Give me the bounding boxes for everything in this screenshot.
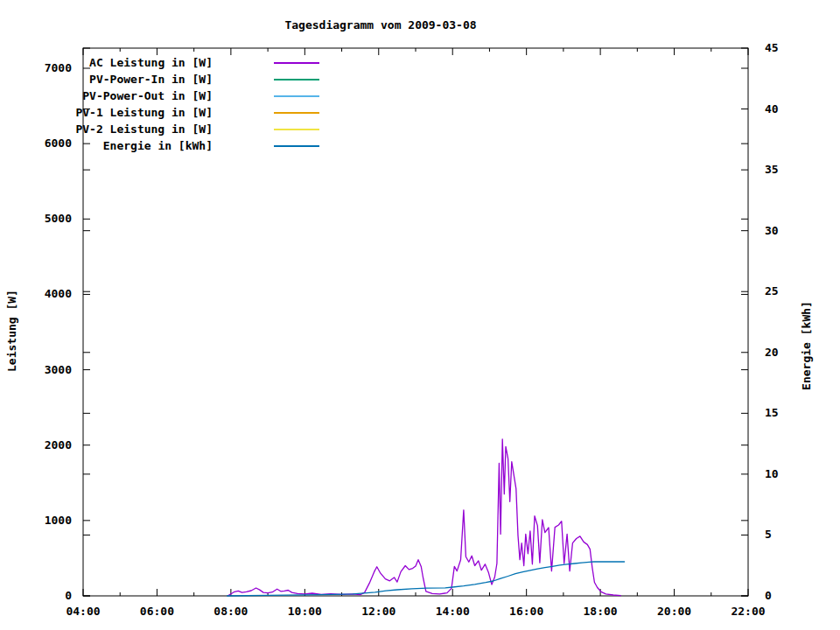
y-tick-label: 7000 [45,61,72,74]
x-tick-label: 22:00 [731,605,765,618]
y-tick-label: 4000 [45,287,72,300]
y2-tick-label: 30 [765,224,779,237]
chart-canvas: Tagesdiagramm vom 2009-03-08 Leistung [W… [0,0,840,630]
x-tick-label: 08:00 [214,605,248,618]
y2-tick-label: 40 [765,102,779,116]
y2-tick-label: 10 [765,467,779,480]
plot-area: 04:0006:0008:0010:0012:0014:0016:0018:00… [0,0,840,630]
y-tick-label: 3000 [45,363,72,376]
y2-tick-label: 0 [765,589,772,602]
legend-label: PV-Power-Out in [W] [82,89,213,102]
y-tick-label: 0 [65,589,72,602]
y-tick-label: 2000 [45,438,72,452]
x-tick-label: 04:00 [66,605,100,618]
y2-tick-label: 15 [765,406,779,419]
legend-label: Energie in [kWh] [103,139,213,152]
y2-tick-label: 45 [765,41,779,54]
y-tick-label: 1000 [45,514,72,527]
legend-label: PV-2 Leistung in [W] [75,122,213,136]
y-tick-label: 6000 [45,136,72,150]
series-line [228,439,621,596]
legend-label: AC Leistung in [W] [89,56,213,69]
x-tick-label: 16:00 [509,605,543,618]
x-tick-label: 20:00 [657,605,691,618]
y-tick-label: 5000 [45,212,72,225]
x-tick-label: 12:00 [361,605,396,618]
y2-tick-label: 25 [765,284,779,298]
x-tick-label: 06:00 [140,605,174,618]
y2-tick-label: 20 [765,346,779,359]
y2-tick-label: 5 [765,528,772,541]
x-tick-label: 18:00 [584,605,618,618]
legend-label: PV-Power-In in [W] [89,73,213,86]
x-tick-label: 14:00 [436,605,470,618]
legend-label: PV-1 Leistung in [W] [75,106,213,119]
y2-tick-label: 35 [765,163,779,176]
x-tick-label: 10:00 [288,605,322,618]
